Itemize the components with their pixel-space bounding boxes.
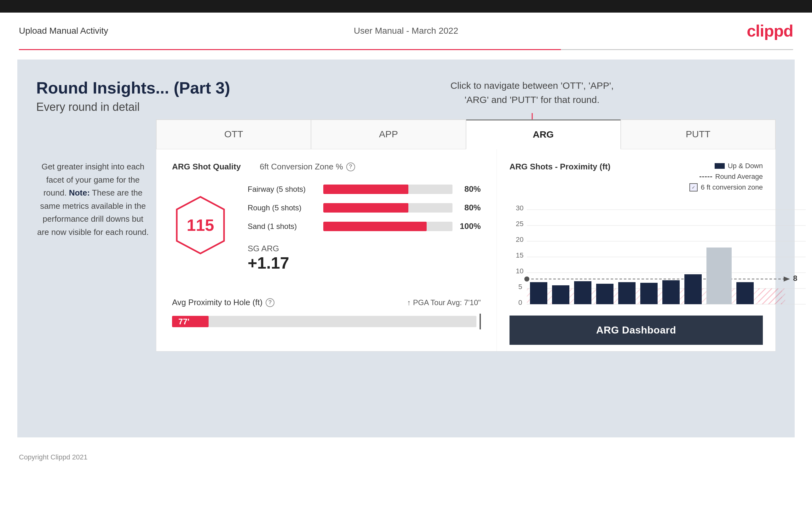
legend-updown-label: Up & Down [728,162,763,170]
svg-rect-34 [758,288,782,304]
proximity-value: 77' [179,317,189,327]
rough-bar [323,203,453,213]
top-bar [0,0,812,13]
svg-text:0: 0 [518,298,522,306]
chart-area: 0 5 10 15 20 25 30 [509,201,763,316]
main-content: Round Insights... (Part 3) Every round i… [17,59,795,437]
sand-row: Sand (1 shots) 100% [248,221,481,231]
svg-rect-24 [530,282,547,304]
fairway-pink-fill [323,184,408,194]
svg-point-19 [524,277,529,282]
page-title: Round Insights... (Part 3) [36,78,776,97]
svg-marker-20 [783,277,790,282]
chart-title: ARG Shots - Proximity (ft) [509,162,611,172]
dashboard-panel: OTT APP ARG PUTT ARG Shot Quality 6ft Co… [156,119,776,351]
proximity-title-container: Avg Proximity to Hole (ft) ? [172,297,274,307]
svg-rect-28 [618,282,636,304]
fairway-pct: 80% [459,184,481,194]
proximity-header: Avg Proximity to Hole (ft) ? ↑ PGA Tour … [172,297,481,307]
svg-text:20: 20 [516,235,523,243]
svg-rect-26 [574,281,592,304]
pga-avg: ↑ PGA Tour Avg: 7'10" [407,298,481,307]
sg-section: SG ARG +1.17 [248,244,481,272]
tab-putt[interactable]: PUTT [621,120,775,149]
nav-annotation-text: Click to navigate between 'OTT', 'APP','… [438,78,627,107]
rough-pct: 80% [459,203,481,213]
logo: clippd [747,21,793,40]
svg-rect-33 [737,282,754,304]
sand-label: Sand (1 shots) [248,222,317,231]
svg-text:10: 10 [516,267,523,275]
shot-quality-title: ARG Shot Quality [172,162,241,172]
svg-rect-31 [684,274,702,304]
proximity-bar-wrap: 77' [172,314,481,329]
proximity-label: Avg Proximity to Hole (ft) [172,297,262,307]
legend-round-avg: Round Average [700,173,763,181]
svg-rect-25 [552,285,569,304]
score-section: 115 Fairway (5 shots) 80% [172,184,481,285]
upload-label: Upload Manual Activity [19,26,108,36]
svg-rect-29 [640,283,658,304]
rough-label: Rough (5 shots) [248,204,317,212]
panel-left: ARG Shot Quality 6ft Conversion Zone % ?… [156,149,497,351]
legend-checkbox: ✓ [690,183,698,191]
cursor-line [479,314,481,329]
sand-pct: 100% [459,221,481,231]
hex-score: 115 [187,216,214,235]
svg-rect-32 [706,247,732,304]
arg-dashboard-btn[interactable]: ARG Dashboard [509,316,763,345]
svg-text:25: 25 [516,220,523,228]
svg-text:15: 15 [516,251,523,259]
chart-header: ARG Shots - Proximity (ft) Up & Down Rou… [509,162,763,191]
sg-value: +1.17 [248,253,481,272]
panel-body: ARG Shot Quality 6ft Conversion Zone % ?… [156,149,775,351]
tab-app[interactable]: APP [311,120,466,149]
svg-text:5: 5 [518,283,522,291]
fairway-label: Fairway (5 shots) [248,185,317,194]
sand-pink-fill [323,222,427,231]
rough-row: Rough (5 shots) 80% [248,203,481,213]
fairway-row: Fairway (5 shots) 80% [248,184,481,194]
svg-rect-30 [662,280,680,304]
legend-updown-box [715,163,725,169]
conversion-zone-label: 6ft Conversion Zone % ? [260,162,355,172]
tabs-row: OTT APP ARG PUTT [156,120,775,149]
svg-text:30: 30 [516,204,523,212]
chart-legend: Up & Down Round Average ✓ 6 ft conversio… [690,162,763,191]
proximity-bar: 77' [172,316,476,327]
footer: Copyright Clippd 2021 [0,447,812,468]
fairway-bar [323,184,453,194]
copyright: Copyright Clippd 2021 [19,453,88,461]
header-divider [19,49,793,50]
tab-ott[interactable]: OTT [156,120,311,149]
manual-title: User Manual - March 2022 [354,26,458,36]
page-subtitle: Every round in detail [36,101,776,114]
legend-dashed [700,176,712,177]
info-icon[interactable]: ? [346,163,355,171]
header: Upload Manual Activity User Manual - Mar… [0,13,812,49]
hexagon-container: 115 [172,194,229,257]
left-description: Get greater insight into each facet of y… [36,160,150,239]
legend-6ft-label: 6 ft conversion zone [701,183,763,191]
shot-quality-bars: Fairway (5 shots) 80% Rough (5 shots) [248,184,481,285]
legend-round-avg-label: Round Average [715,173,763,181]
rough-pink-fill [323,203,408,213]
proximity-section: Avg Proximity to Hole (ft) ? ↑ PGA Tour … [172,297,481,329]
arg-chart: 0 5 10 15 20 25 30 [509,201,763,314]
proximity-fill [172,316,209,327]
panel-right: ARG Shots - Proximity (ft) Up & Down Rou… [497,149,775,351]
svg-text:8: 8 [793,274,797,282]
sg-label: SG ARG [248,244,481,253]
legend-up-down: Up & Down [715,162,763,170]
legend-6ft-zone: ✓ 6 ft conversion zone [690,183,763,191]
tab-arg[interactable]: ARG [466,120,621,149]
proximity-info-icon[interactable]: ? [266,298,274,307]
panel-left-header: ARG Shot Quality 6ft Conversion Zone % ? [172,162,481,172]
sand-bar [323,222,453,231]
svg-rect-27 [596,284,613,304]
note-label: Note: [69,188,90,198]
